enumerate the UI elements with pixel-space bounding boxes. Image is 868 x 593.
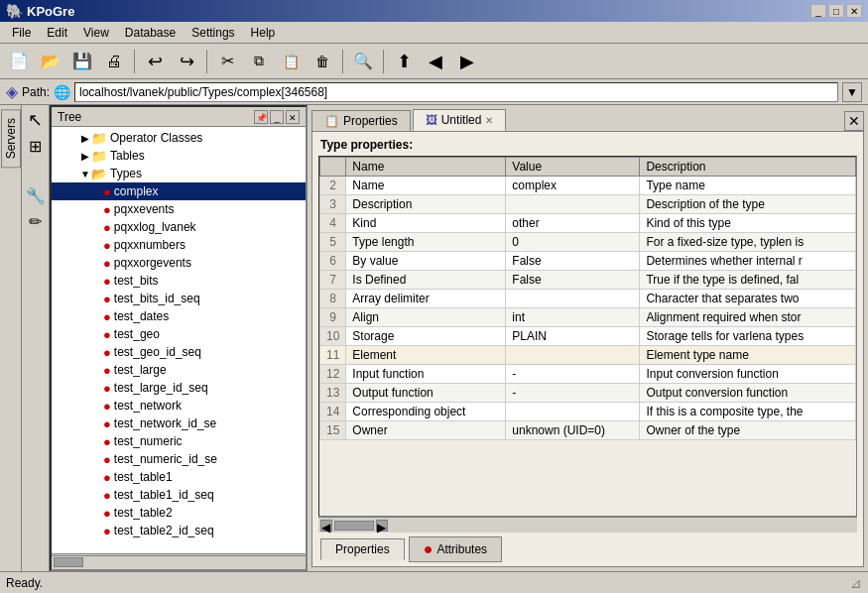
row-number: 5 xyxy=(320,233,346,252)
table-row[interactable]: 12Input function-Input conversion functi… xyxy=(320,365,856,384)
main-area: Servers ↖ ⊞ 🔧 ✏ Tree 📌 _ ✕ ▶ 📁 Operator … xyxy=(0,105,868,571)
menu-settings[interactable]: Settings xyxy=(184,24,242,42)
table-row[interactable]: 2NamecomplexType name xyxy=(320,177,856,195)
table-row[interactable]: 5Type length0For a fixed-size type, typl… xyxy=(320,233,856,252)
tree-item-test-network[interactable]: ● test_network xyxy=(52,397,306,415)
tree-item-test-large[interactable]: ● test_large xyxy=(52,361,306,379)
tree-item-pqxxnumbers[interactable]: ● pqxxnumbers xyxy=(52,236,306,254)
row-description: Storage tells for varlena types xyxy=(640,327,856,346)
table-row[interactable]: 11ElementElement type name xyxy=(320,346,856,365)
resize-grip-icon[interactable]: ⊿ xyxy=(850,575,862,591)
title-bar-controls: _ □ ✕ xyxy=(810,4,862,18)
tree-item-pqxxlog-lvanek[interactable]: ● pqxxlog_lvanek xyxy=(52,218,306,236)
wrench-icon[interactable]: 🔧 xyxy=(25,184,47,206)
forward-button[interactable]: ▶ xyxy=(452,47,482,76)
table-row[interactable]: 4KindotherKind of this type xyxy=(320,214,856,233)
tree-item-test-table2[interactable]: ● test_table2 xyxy=(52,504,306,522)
new-button[interactable]: 📄 xyxy=(4,47,34,76)
minimize-button[interactable]: _ xyxy=(810,4,826,18)
tree-close-button[interactable]: ✕ xyxy=(286,110,300,124)
bottom-tab-attributes[interactable]: ● Attributes xyxy=(409,536,502,562)
tree-content[interactable]: ▶ 📁 Operator Classes ▶ 📁 Tables ▼ 📂 Type… xyxy=(52,127,306,553)
tree-item-test-table1-id-seq[interactable]: ● test_table1_id_seq xyxy=(52,486,306,504)
close-button[interactable]: ✕ xyxy=(846,4,862,18)
tree-item-complex[interactable]: ● complex xyxy=(52,182,306,200)
menu-help[interactable]: Help xyxy=(243,24,284,42)
row-value: complex xyxy=(506,177,640,195)
table-row[interactable]: 13Output function-Output conversion func… xyxy=(320,384,856,403)
undo-button[interactable]: ↩ xyxy=(140,47,170,76)
expand-icon[interactable]: ▶ xyxy=(79,151,91,162)
table-row[interactable]: 9AlignintAlignment required when stor xyxy=(320,308,856,327)
tree-item-test-table2-id-seq[interactable]: ● test_table2_id_seq xyxy=(52,522,306,539)
cut-button[interactable]: ✂ xyxy=(212,47,242,76)
tree-item-test-geo-id-seq[interactable]: ● test_geo_id_seq xyxy=(52,343,306,361)
path-input[interactable] xyxy=(74,82,838,102)
grid-icon[interactable]: ⊞ xyxy=(25,135,47,157)
expand-icon[interactable]: ▼ xyxy=(79,169,91,179)
print-button[interactable]: 🖨 xyxy=(99,47,129,76)
servers-tab[interactable]: Servers xyxy=(1,109,21,168)
row-name: Input function xyxy=(346,365,506,384)
paste-button[interactable]: 📋 xyxy=(276,47,306,76)
tree-item-test-dates[interactable]: ● test_dates xyxy=(52,307,306,325)
tree-item-test-table1[interactable]: ● test_table1 xyxy=(52,468,306,486)
table-scroll-left[interactable]: ◀ xyxy=(320,520,332,532)
tree-header: Tree 📌 _ ✕ xyxy=(52,107,306,127)
pencil-icon[interactable]: ✏ xyxy=(25,210,47,232)
props-table-wrap[interactable]: Name Value Description 2NamecomplexType … xyxy=(318,156,857,517)
tree-minimize-button[interactable]: _ xyxy=(270,110,284,124)
tab-properties[interactable]: 📋 Properties xyxy=(311,110,411,131)
tree-item-test-network-id-se[interactable]: ● test_network_id_se xyxy=(52,415,306,432)
row-name: Corresponding object xyxy=(346,403,506,421)
servers-panel: Servers xyxy=(0,105,22,571)
menu-view[interactable]: View xyxy=(75,24,117,42)
tree-item-test-numeric[interactable]: ● test_numeric xyxy=(52,432,306,450)
tree-pin-button[interactable]: 📌 xyxy=(254,110,268,124)
table-row[interactable]: 15Ownerunknown (UID=0)Owner of the type xyxy=(320,421,856,440)
table-row[interactable]: 10StoragePLAINStorage tells for varlena … xyxy=(320,327,856,346)
menu-edit[interactable]: Edit xyxy=(39,24,75,42)
menu-database[interactable]: Database xyxy=(117,24,184,42)
upload-button[interactable]: ⬆ xyxy=(389,47,419,76)
delete-button[interactable]: 🗑 xyxy=(308,47,337,76)
panel-close-button[interactable]: ✕ xyxy=(844,111,864,131)
tree-item-test-large-id-seq[interactable]: ● test_large_id_seq xyxy=(52,379,306,397)
col-name: Name xyxy=(346,158,506,177)
tree-item-pqxxorgevents[interactable]: ● pqxxorgevents xyxy=(52,254,306,272)
back-button[interactable]: ◀ xyxy=(421,47,450,76)
open-button[interactable]: 📂 xyxy=(36,47,65,76)
menu-file[interactable]: File xyxy=(4,24,39,42)
row-description: Determines whether internal r xyxy=(640,252,856,271)
tab-close-icon[interactable]: ✕ xyxy=(485,115,493,126)
tree-horizontal-scrollbar[interactable] xyxy=(52,553,306,569)
table-row[interactable]: 8Array delimiterCharacter that separates… xyxy=(320,290,856,308)
tree-item-test-bits[interactable]: ● test_bits xyxy=(52,272,306,290)
bottom-tab-properties[interactable]: Properties xyxy=(320,538,405,560)
cursor-icon[interactable]: ↖ xyxy=(25,109,47,131)
maximize-button[interactable]: □ xyxy=(828,4,844,18)
tree-item-test-numeric-id-se[interactable]: ● test_numeric_id_se xyxy=(52,450,306,468)
row-description: Type name xyxy=(640,177,856,195)
tab-untitled[interactable]: 🖼 Untitled ✕ xyxy=(413,109,507,131)
props-tabs: 📋 Properties 🖼 Untitled ✕ ✕ xyxy=(308,105,868,131)
row-value: unknown (UID=0) xyxy=(506,421,640,440)
table-row[interactable]: 3DescriptionDescription of the type xyxy=(320,195,856,214)
table-row[interactable]: 7Is DefinedFalseTrue if the type is defi… xyxy=(320,271,856,290)
tree-item-pqxxevents[interactable]: ● pqxxevents xyxy=(52,200,306,218)
table-scroll-right[interactable]: ▶ xyxy=(376,520,388,532)
path-dropdown-button[interactable]: ▼ xyxy=(842,82,862,102)
expand-icon[interactable]: ▶ xyxy=(79,133,91,144)
table-row[interactable]: 6By valueFalseDetermines whether interna… xyxy=(320,252,856,271)
copy-button[interactable]: ⧉ xyxy=(244,47,274,76)
save-button[interactable]: 💾 xyxy=(67,47,97,76)
tree-item-test-bits-id-seq[interactable]: ● test_bits_id_seq xyxy=(52,290,306,307)
find-button[interactable]: 🔍 xyxy=(348,47,378,76)
tree-item-tables[interactable]: ▶ 📁 Tables xyxy=(52,147,306,165)
tree-item-operator-classes[interactable]: ▶ 📁 Operator Classes xyxy=(52,129,306,147)
table-row[interactable]: 14Corresponding objectIf this is a compo… xyxy=(320,403,856,421)
redo-button[interactable]: ↪ xyxy=(172,47,201,76)
path-label: Path: xyxy=(22,85,50,99)
tree-item-types[interactable]: ▼ 📂 Types xyxy=(52,165,306,182)
tree-item-test-geo[interactable]: ● test_geo xyxy=(52,325,306,343)
